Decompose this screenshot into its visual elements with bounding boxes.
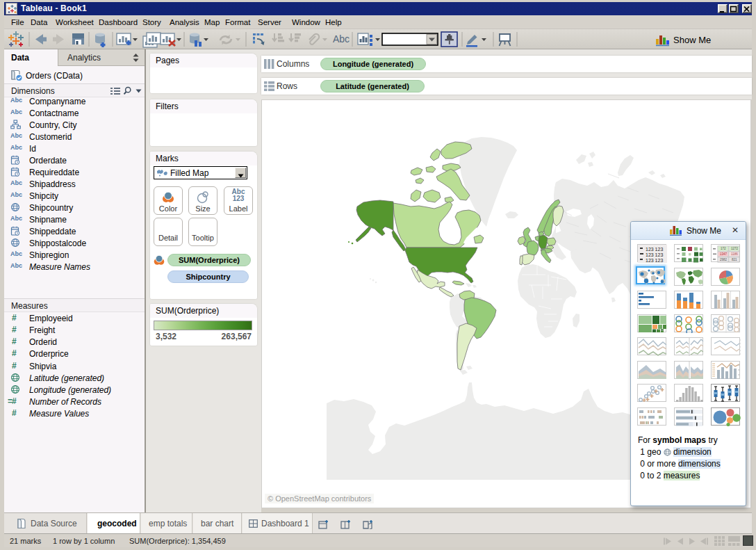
svg-text:123 123: 123 123 [646, 258, 663, 263]
svg-text:172: 172 [721, 247, 726, 250]
svg-text:821: 821 [732, 258, 737, 261]
svg-text:123 123: 123 123 [646, 247, 663, 252]
svg-text:2982: 2982 [720, 258, 728, 261]
svg-text:Show Me: Show Me [673, 35, 711, 45]
svg-text:1347: 1347 [720, 252, 728, 256]
svg-text:123 123: 123 123 [646, 252, 663, 257]
svg-text:Abc: Abc [333, 33, 350, 45]
svg-text:1272: 1272 [731, 247, 739, 250]
svg-text:1186: 1186 [731, 252, 738, 256]
